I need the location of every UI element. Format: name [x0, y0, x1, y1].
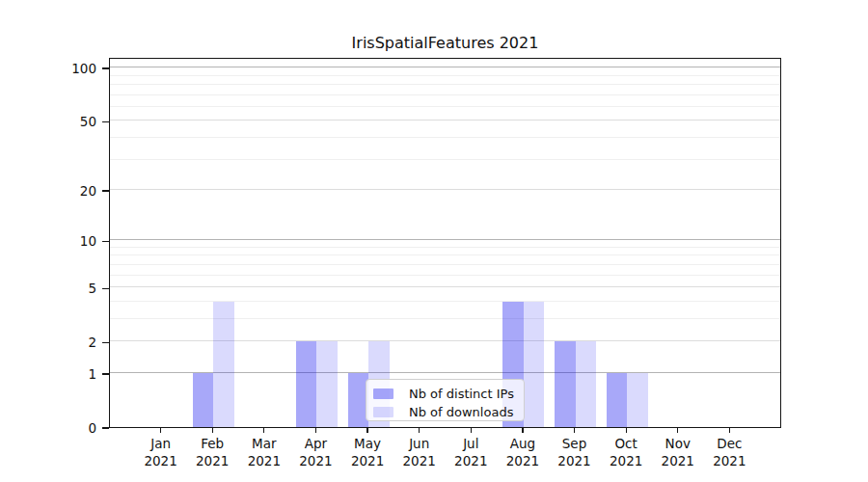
major-gridline	[110, 67, 780, 67]
y-tick-label: 20	[48, 182, 96, 200]
major-gridline	[110, 340, 780, 341]
legend-label: Nb of downloads	[409, 403, 513, 421]
plot-area: Nb of distinct IPsNb of downloads	[109, 58, 781, 428]
bar-aug-downloads	[524, 302, 545, 427]
minor-gridline	[110, 106, 780, 107]
figure: IrisSpatialFeatures 2021 Nb of distinct …	[0, 0, 868, 482]
legend-swatch	[373, 407, 393, 417]
major-gridline	[110, 239, 780, 240]
legend: Nb of distinct IPsNb of downloads	[366, 379, 525, 421]
major-gridline	[110, 189, 780, 190]
legend-label: Nb of distinct IPs	[409, 385, 514, 403]
x-tick	[574, 428, 575, 433]
x-tick	[419, 428, 420, 433]
y-tick	[102, 427, 109, 428]
y-tick-label: 1	[48, 365, 96, 383]
minor-gridline	[110, 301, 780, 302]
y-tick-label: 10	[48, 232, 96, 250]
chart-title: IrisSpatialFeatures 2021	[109, 34, 781, 53]
bar-feb-distinct-ips	[193, 373, 214, 427]
y-tick	[102, 342, 109, 343]
minor-gridline	[110, 84, 780, 85]
y-tick	[102, 121, 109, 122]
x-tick	[263, 428, 264, 433]
y-tick-label: 50	[48, 113, 96, 130]
y-tick	[102, 288, 109, 289]
y-tick	[102, 373, 109, 374]
bar-apr-distinct-ips	[296, 341, 317, 427]
y-tick-label: 100	[48, 60, 96, 77]
minor-gridline	[110, 247, 780, 248]
bar-sep-distinct-ips	[555, 341, 576, 427]
legend-swatch	[373, 388, 393, 399]
x-tick	[729, 428, 730, 433]
minor-gridline	[110, 94, 780, 95]
y-tick-label: 2	[48, 334, 96, 351]
x-tick	[366, 428, 367, 433]
x-tick	[212, 428, 213, 433]
minor-gridline	[110, 264, 780, 265]
minor-gridline	[110, 75, 780, 76]
minor-gridline	[110, 254, 780, 255]
bar-oct-distinct-ips	[607, 373, 628, 427]
minor-gridline	[110, 137, 780, 138]
y-tick	[102, 190, 109, 191]
major-gridline	[110, 286, 780, 287]
bar-feb-downloads	[213, 302, 234, 427]
bar-sep-downloads	[576, 341, 597, 427]
legend-item: Nb of downloads	[373, 403, 524, 421]
x-tick-label: Dec 2021	[698, 436, 760, 469]
minor-gridline	[110, 275, 780, 276]
minor-gridline	[110, 159, 780, 160]
bar-apr-downloads	[316, 341, 338, 427]
y-tick-label: 5	[48, 280, 96, 297]
x-tick	[315, 428, 316, 433]
y-tick	[102, 241, 109, 242]
y-tick	[102, 67, 109, 68]
bar-oct-downloads	[627, 373, 648, 427]
x-tick	[471, 428, 472, 433]
x-tick	[626, 428, 627, 433]
legend-item: Nb of distinct IPs	[373, 385, 524, 403]
y-tick-label: 0	[48, 419, 96, 437]
major-gridline	[110, 120, 780, 120]
x-tick	[522, 428, 523, 433]
x-tick	[677, 428, 678, 433]
minor-gridline	[110, 318, 780, 319]
x-tick	[160, 428, 161, 433]
